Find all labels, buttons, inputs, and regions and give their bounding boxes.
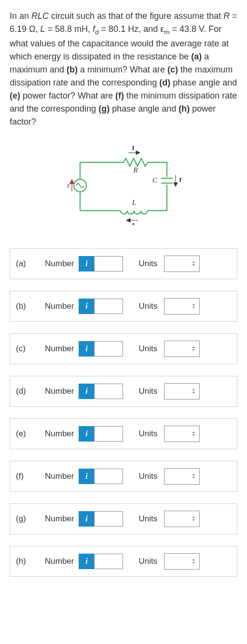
info-button[interactable]: i (79, 554, 94, 569)
units-label: Units (138, 385, 157, 398)
units-select[interactable]: ▲▼ (164, 511, 200, 527)
chevron-updown-icon: ▲▼ (192, 431, 195, 436)
current-i-bottom: i (132, 221, 134, 225)
units-label: Units (138, 258, 157, 270)
part-label: (d) (16, 385, 45, 398)
info-button[interactable]: i (79, 469, 94, 484)
current-i-right: i (179, 176, 181, 183)
units-select[interactable]: ▲▼ (164, 341, 200, 357)
number-label: Number (45, 300, 74, 313)
number-label: Number (45, 513, 74, 525)
part-label: (c) (16, 343, 45, 355)
answer-row-g: (g) Number i Units ▲▼ (10, 503, 237, 534)
answer-row-b: (b) Number i Units ▲▼ (10, 291, 237, 322)
info-button[interactable]: i (79, 256, 94, 272)
number-input[interactable] (94, 469, 123, 484)
units-label: Units (138, 513, 157, 525)
number-label: Number (45, 343, 74, 355)
number-input[interactable] (94, 426, 123, 442)
number-input[interactable] (94, 554, 123, 569)
part-label: (b) (16, 300, 45, 313)
units-label: Units (138, 428, 157, 440)
part-label: (h) (16, 555, 45, 568)
chevron-updown-icon: ▲▼ (192, 473, 195, 479)
number-label: Number (45, 470, 74, 483)
units-label: Units (138, 470, 157, 483)
units-select[interactable]: ▲▼ (164, 383, 200, 400)
answer-row-a: (a) Number i Units ▲▼ (10, 248, 237, 279)
chevron-updown-icon: ▲▼ (192, 388, 195, 394)
number-input[interactable] (94, 511, 123, 527)
info-button[interactable]: i (79, 299, 94, 314)
units-select[interactable]: ▲▼ (164, 298, 200, 315)
chevron-updown-icon: ▲▼ (192, 261, 195, 266)
answer-row-e: (e) Number i Units ▲▼ (10, 418, 237, 449)
number-input[interactable] (94, 384, 123, 399)
part-label: (f) (16, 470, 45, 483)
number-input[interactable] (94, 341, 123, 357)
part-label: (e) (16, 428, 45, 440)
chevron-updown-icon: ▲▼ (192, 516, 195, 521)
current-i-top: i (132, 144, 134, 151)
info-button[interactable]: i (79, 511, 94, 527)
info-button[interactable]: i (79, 384, 94, 399)
answer-row-d: (d) Number i Units ▲▼ (10, 376, 237, 407)
number-label: Number (45, 428, 74, 440)
number-label: Number (45, 258, 74, 270)
part-label: (a) (16, 258, 45, 270)
units-select[interactable]: ▲▼ (164, 553, 200, 570)
units-select[interactable]: ▲▼ (164, 256, 200, 272)
number-label: Number (45, 555, 74, 568)
answer-row-c: (c) Number i Units ▲▼ (10, 333, 237, 364)
chevron-updown-icon: ▲▼ (192, 303, 195, 309)
emf-label: ε (67, 181, 70, 189)
info-button[interactable]: i (79, 426, 94, 442)
answer-row-h: (h) Number i Units ▲▼ (10, 546, 237, 577)
chevron-updown-icon: ▲▼ (192, 558, 195, 564)
number-input[interactable] (94, 256, 123, 272)
question-text: In an RLC circuit such as that of the fi… (10, 10, 237, 129)
units-label: Units (138, 300, 157, 313)
resistor-label: R (133, 166, 137, 174)
inductor-label: L (132, 199, 136, 206)
answer-row-f: (f) Number i Units ▲▼ (10, 461, 237, 492)
chevron-updown-icon: ▲▼ (192, 346, 195, 351)
info-button[interactable]: i (79, 341, 94, 357)
units-select[interactable]: ▲▼ (164, 468, 200, 485)
part-label: (g) (16, 513, 45, 525)
units-label: Units (138, 555, 157, 568)
circuit-diagram: ε R L C i i i (10, 143, 237, 229)
number-input[interactable] (94, 299, 123, 314)
units-label: Units (138, 343, 157, 355)
capacitor-label: C (152, 176, 158, 184)
number-label: Number (45, 385, 74, 398)
units-select[interactable]: ▲▼ (164, 426, 200, 442)
